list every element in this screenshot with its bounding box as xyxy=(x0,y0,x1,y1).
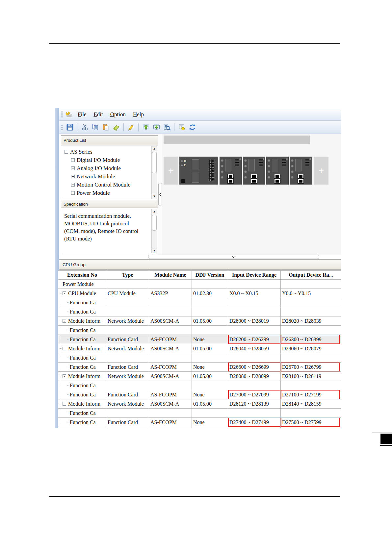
output-range-cell[interactable]: D28060 ~ D28079 xyxy=(281,344,341,353)
toolbar-grip[interactable] xyxy=(61,124,63,131)
input-range-cell[interactable]: D28040 ~ D28059 xyxy=(228,344,281,353)
table-row[interactable]: -Module InformNetwork ModuleAS00SCM-A01.… xyxy=(58,399,341,409)
column-header[interactable]: Module Name xyxy=(149,271,192,280)
expand-icon[interactable]: + xyxy=(71,183,75,187)
expand-icon[interactable]: + xyxy=(71,158,75,162)
table-row[interactable]: Function Ca xyxy=(58,381,341,390)
output-range-cell[interactable]: D27100 ~ D27199 xyxy=(281,390,341,399)
type-cell[interactable] xyxy=(106,381,149,390)
empty-cell[interactable] xyxy=(192,427,228,429)
network-module-graphic[interactable] xyxy=(220,157,242,185)
empty-cell[interactable] xyxy=(149,427,192,429)
horizontal-splitter[interactable] xyxy=(148,255,319,259)
table-row[interactable]: Function Ca xyxy=(58,353,341,363)
module-name-cell[interactable]: AS-FCOPM xyxy=(149,390,192,399)
type-cell[interactable]: Function Card xyxy=(106,418,149,427)
spec-scrollbar[interactable]: ▲ ▼ xyxy=(151,209,157,253)
input-range-cell[interactable]: D28080 ~ D28099 xyxy=(228,372,281,381)
ddf-version-cell[interactable] xyxy=(192,409,228,418)
table-row[interactable]: Function Ca xyxy=(58,326,341,335)
scroll-thumb[interactable] xyxy=(152,152,157,173)
search-icon[interactable] xyxy=(162,123,171,132)
ddf-version-cell[interactable] xyxy=(192,326,228,335)
module-name-cell[interactable] xyxy=(149,353,192,363)
extension-cell[interactable]: Function Ca xyxy=(58,298,106,307)
type-cell[interactable]: Function Card xyxy=(106,335,149,344)
module-name-cell[interactable] xyxy=(149,381,192,390)
extension-cell[interactable]: Function Ca xyxy=(58,418,106,427)
module-name-cell[interactable] xyxy=(149,326,192,335)
module-name-cell[interactable]: AS-FCOPM xyxy=(149,418,192,427)
module-name-cell[interactable] xyxy=(149,298,192,307)
module-name-cell[interactable]: AS332P xyxy=(149,289,192,298)
upload-icon[interactable] xyxy=(141,123,150,132)
input-range-cell[interactable]: D26600 ~ D26699 xyxy=(228,363,281,372)
input-range-cell[interactable] xyxy=(228,326,281,335)
empty-cell[interactable] xyxy=(106,427,149,429)
type-cell[interactable] xyxy=(106,280,149,289)
empty-cell[interactable] xyxy=(281,427,341,429)
column-header[interactable]: DDF Version xyxy=(192,271,228,280)
extension-cell[interactable]: Function Ca xyxy=(58,381,106,390)
input-range-cell[interactable] xyxy=(228,280,281,289)
input-range-cell[interactable]: D26200 ~ D26299 xyxy=(228,335,281,344)
column-header[interactable]: Input Device Range xyxy=(228,271,281,280)
network-module-graphic[interactable] xyxy=(243,157,265,185)
table-row[interactable]: -Module InformNetwork ModuleAS00SCM-A01.… xyxy=(58,372,341,381)
type-cell[interactable] xyxy=(106,409,149,418)
cpu-module-graphic[interactable]: RE xyxy=(179,157,218,185)
ddf-version-cell[interactable]: None xyxy=(192,418,228,427)
ddf-version-cell[interactable]: None xyxy=(192,335,228,344)
ddf-version-cell[interactable]: 01.05.00 xyxy=(192,344,228,353)
menu-file[interactable]: File xyxy=(78,111,86,118)
ddf-version-cell[interactable] xyxy=(192,353,228,363)
ddf-version-cell[interactable]: 01.05.00 xyxy=(192,372,228,381)
table-row[interactable]: Function CaFunction CardAS-FCOPMNoneD262… xyxy=(58,335,341,344)
table-row[interactable]: -Module InformNetwork ModuleAS00SCM-A01.… xyxy=(58,316,341,326)
type-cell[interactable]: CPU Module xyxy=(106,289,149,298)
ddf-version-cell[interactable] xyxy=(192,307,228,316)
module-config-icon[interactable] xyxy=(177,123,186,132)
eraser-icon[interactable] xyxy=(112,123,121,132)
type-cell[interactable]: Function Card xyxy=(106,363,149,372)
table-row[interactable]: Function Ca xyxy=(58,307,341,316)
extension-cell[interactable]: -Module Inform xyxy=(58,399,106,409)
collapse-icon[interactable]: - xyxy=(65,150,68,154)
extension-cell[interactable]: -Module Inform xyxy=(58,372,106,381)
output-range-cell[interactable] xyxy=(281,307,341,316)
vertical-splitter[interactable] xyxy=(158,183,162,206)
cut-icon[interactable] xyxy=(80,123,89,132)
scroll-down-icon[interactable]: ▼ xyxy=(152,248,157,253)
output-range-cell[interactable]: D28100 ~ D28119 xyxy=(281,372,341,381)
expand-icon[interactable]: + xyxy=(71,166,75,170)
ddf-version-cell[interactable]: 01.02.30 xyxy=(192,289,228,298)
network-module-graphic[interactable] xyxy=(266,157,289,185)
output-range-cell[interactable] xyxy=(281,326,341,335)
tree-item-analog-i-o-module[interactable]: +Analog I/O Module xyxy=(61,164,158,172)
download-icon[interactable] xyxy=(152,123,161,132)
table-row[interactable]: Function Ca xyxy=(58,409,341,418)
ddf-version-cell[interactable] xyxy=(192,381,228,390)
scroll-thumb[interactable] xyxy=(152,215,157,231)
table-row[interactable]: -CPU ModuleCPU ModuleAS332P01.02.30X0.0 … xyxy=(58,289,341,298)
empty-slot[interactable]: + xyxy=(164,157,178,185)
table-row[interactable]: -Module InformNetwork ModuleAS00SCM-A01.… xyxy=(58,344,341,353)
tree-scrollbar[interactable]: ▲ ▼ xyxy=(151,146,157,199)
column-header[interactable]: Output Device Ra... xyxy=(281,271,341,280)
column-header[interactable]: Extension No xyxy=(58,271,106,280)
scroll-down-icon[interactable]: ▼ xyxy=(152,194,157,199)
ddf-version-cell[interactable] xyxy=(192,280,228,289)
output-range-cell[interactable] xyxy=(281,409,341,418)
paste-icon[interactable] xyxy=(101,123,110,132)
type-cell[interactable] xyxy=(106,307,149,316)
pen-icon[interactable] xyxy=(126,123,136,132)
table-row[interactable]: Function CaFunction CardAS-FCOPMNoneD274… xyxy=(58,418,341,427)
menu-option[interactable]: Option xyxy=(110,111,126,118)
input-range-cell[interactable] xyxy=(228,353,281,363)
output-range-cell[interactable] xyxy=(281,280,341,289)
expand-icon[interactable]: + xyxy=(71,191,75,195)
tree-item-as-series[interactable]: -AS Series xyxy=(61,148,158,156)
output-range-cell[interactable]: Y0.0 ~ Y0.15 xyxy=(281,289,341,298)
output-range-cell[interactable]: D26300 ~ D26399 xyxy=(281,335,341,344)
ddf-version-cell[interactable]: None xyxy=(192,390,228,399)
